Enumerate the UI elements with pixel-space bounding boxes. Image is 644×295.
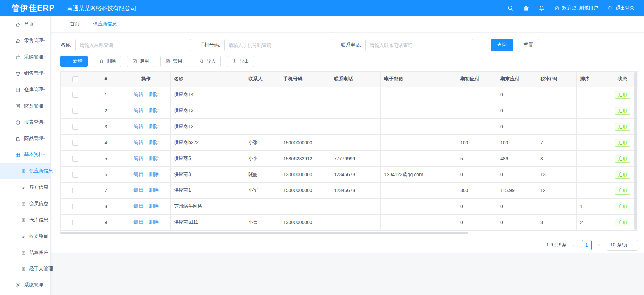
doc-icon	[21, 185, 26, 190]
sidebar-item-supplier-info[interactable]: 供应商信息	[0, 163, 50, 179]
cell-tax: 3	[537, 215, 577, 231]
sidebar-item-warehouse[interactable]: 仓库管理	[0, 81, 50, 98]
search-icon[interactable]	[507, 5, 514, 11]
sidebar-item-goods[interactable]: 商品管理	[0, 130, 50, 147]
main-area: 首页供应商信息 名称: 手机号码: 联系电话: 查询 重置 新增删除启用禁用导	[50, 16, 644, 295]
reset-button[interactable]: 重置	[518, 39, 539, 51]
cell-opening: 0	[457, 215, 497, 231]
cell-closing: 0	[497, 87, 537, 103]
check-square-icon	[132, 59, 137, 64]
delete-link[interactable]: 删除	[149, 171, 159, 177]
cell-opening: 300	[457, 183, 497, 199]
row-checkbox[interactable]	[72, 156, 78, 162]
next-page-button[interactable]	[595, 241, 603, 249]
phone-filter-input[interactable]	[224, 39, 332, 51]
edit-link[interactable]: 编辑	[133, 155, 143, 161]
tab-supplier-info[interactable]: 供应商信息	[88, 16, 122, 32]
sidebar-item-system[interactable]: 系统管理	[0, 277, 50, 293]
gear-icon	[15, 282, 21, 288]
page-number[interactable]: 1	[582, 240, 592, 250]
sidebar-item-home[interactable]: 首页	[0, 16, 50, 33]
welcome-user[interactable]: 欢迎您, 测试用户	[554, 5, 598, 11]
delete-link[interactable]: 删除	[149, 219, 159, 225]
edit-link[interactable]: 编辑	[133, 140, 143, 145]
logout-button[interactable]: 退出登录	[608, 5, 634, 11]
row-checkbox[interactable]	[72, 124, 78, 130]
bell-icon[interactable]	[539, 5, 545, 11]
row-checkbox[interactable]	[72, 92, 78, 98]
delete-link[interactable]: 删除	[149, 187, 159, 193]
sidebar-item-member-info[interactable]: 会员信息	[0, 196, 50, 212]
topbar: 管伊佳ERP 南通某某网络科技有限公司 欢迎您, 测试用户 退出登录	[0, 0, 644, 16]
sidebar-item-label: 基本资料	[24, 152, 43, 158]
sidebar-item-label: 采购管理	[24, 54, 43, 60]
sidebar-item-finance[interactable]: 财务管理	[0, 98, 50, 114]
cell-closing: 115.99	[497, 183, 537, 199]
tab-home[interactable]: 首页	[65, 16, 85, 32]
sidebar-item-retail[interactable]: 零售管理	[0, 33, 50, 49]
cell-closing: 0	[497, 119, 537, 135]
cell-closing: 0	[497, 215, 537, 231]
cell-email	[381, 135, 457, 151]
edit-link[interactable]: 编辑	[133, 219, 143, 225]
chevron-down-icon	[42, 120, 46, 124]
sidebar-item-settlement-account[interactable]: 结算账户	[0, 244, 50, 261]
row-checkbox[interactable]	[72, 172, 78, 178]
tel-filter-input[interactable]	[365, 39, 473, 51]
sidebar-item-purchase[interactable]: 采购管理	[0, 49, 50, 65]
cell-email	[381, 103, 457, 119]
delete-link[interactable]: 删除	[149, 155, 159, 161]
row-checkbox[interactable]	[72, 108, 78, 114]
delete-link[interactable]: 删除	[149, 124, 159, 129]
sidebar-item-warehouse-info[interactable]: 仓库信息	[0, 212, 50, 228]
edit-link[interactable]: 编辑	[133, 124, 143, 129]
page-size-select[interactable]: 10 条/页	[607, 240, 638, 251]
cell-name: 供应商1	[171, 183, 245, 199]
app-root: 管伊佳ERP 南通某某网络科技有限公司 欢迎您, 测试用户 退出登录 首页零售管…	[0, 0, 644, 295]
sidebar-item-report[interactable]: 报表查询	[0, 114, 50, 130]
name-filter-input[interactable]	[75, 39, 191, 51]
export-button[interactable]: 导出	[227, 56, 254, 67]
export-icon	[232, 59, 237, 64]
table-vertical-scrollbar[interactable]	[634, 72, 637, 230]
cell-sort	[577, 151, 607, 167]
bank-icon[interactable]	[523, 5, 529, 11]
cell-closing: 486	[497, 151, 537, 167]
delete-link[interactable]: 删除	[149, 92, 159, 97]
row-checkbox[interactable]	[72, 204, 78, 209]
status-badge: 启用	[615, 139, 630, 147]
delete-link[interactable]: 删除	[149, 203, 159, 209]
edit-link[interactable]: 编辑	[133, 171, 143, 177]
disable-button[interactable]: 禁用	[160, 56, 187, 67]
row-checkbox[interactable]	[72, 220, 78, 225]
search-button[interactable]: 查询	[491, 39, 513, 51]
sidebar-item-handler-mgmt[interactable]: 经手人管理	[0, 261, 50, 277]
column-header: 联系人	[245, 72, 280, 87]
sidebar-item-customer-info[interactable]: 客户信息	[0, 179, 50, 196]
add-button[interactable]: 新增	[60, 56, 88, 67]
select-all-checkbox[interactable]	[72, 76, 78, 82]
sidebar-item-sales[interactable]: 销售管理	[0, 65, 50, 81]
enable-button[interactable]: 启用	[127, 56, 154, 67]
row-actions: 编辑|删除	[122, 167, 171, 183]
sidebar-item-income-expense[interactable]: 收支项目	[0, 228, 50, 244]
edit-link[interactable]: 编辑	[133, 187, 143, 193]
sidebar-item-basic-data[interactable]: 基本资料	[0, 147, 50, 163]
row-checkbox[interactable]	[72, 188, 78, 193]
edit-link[interactable]: 编辑	[133, 92, 143, 97]
edit-link[interactable]: 编辑	[133, 203, 143, 209]
prev-page-button[interactable]	[570, 241, 578, 249]
import-button[interactable]: 导入	[194, 56, 221, 67]
cell-tel	[330, 135, 381, 151]
row-actions: 编辑|删除	[122, 199, 171, 215]
delete-link[interactable]: 删除	[149, 108, 159, 113]
table-horizontal-scrollbar[interactable]	[60, 232, 468, 234]
cell-sort: 1	[577, 199, 607, 215]
status-badge: 启用	[615, 219, 630, 226]
delete-link[interactable]: 删除	[149, 140, 159, 145]
sidebar-item-label: 系统管理	[24, 282, 43, 288]
edit-link[interactable]: 编辑	[133, 108, 143, 113]
cell-tel	[330, 119, 381, 135]
delete-button[interactable]: 删除	[94, 56, 121, 67]
row-checkbox[interactable]	[72, 140, 78, 146]
